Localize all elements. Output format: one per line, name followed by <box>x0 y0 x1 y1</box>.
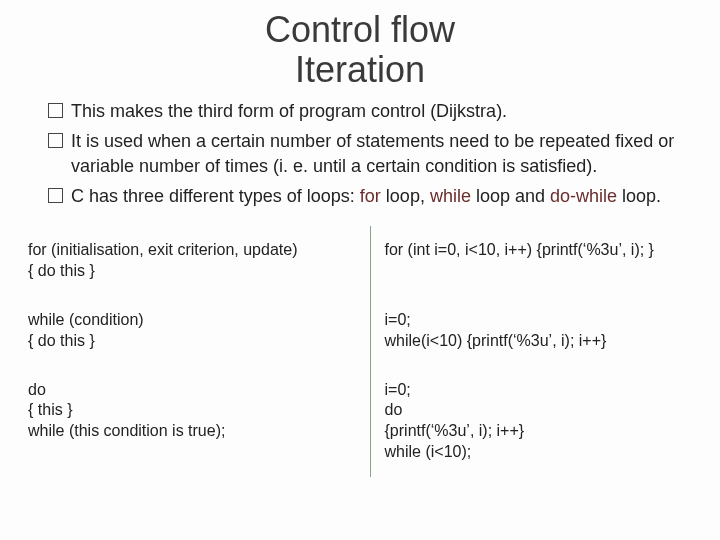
bullet-span: C has three different types of loops: <box>71 186 360 206</box>
checkbox-icon <box>48 133 63 148</box>
slide: Control flow Iteration This makes the th… <box>0 0 720 540</box>
bullet-span: loop and <box>471 186 550 206</box>
code-table-wrap: for (initialisation, exit criterion, upd… <box>20 226 720 476</box>
keyword-dowhile: do-while <box>550 186 617 206</box>
bullet-item: C has three different types of loops: fo… <box>48 184 700 208</box>
bullet-span: loop. <box>617 186 661 206</box>
title-line-2: Iteration <box>20 50 700 90</box>
for-template-cell: for (initialisation, exit criterion, upd… <box>20 226 370 296</box>
while-example-cell: i=0; while(i<10) {printf(‘%3u’, i); i++} <box>370 296 720 366</box>
keyword-for: for <box>360 186 381 206</box>
checkbox-icon <box>48 188 63 203</box>
code-table: for (initialisation, exit criterion, upd… <box>20 226 720 476</box>
dowhile-template-cell: do { this } while (this condition is tru… <box>20 366 370 477</box>
for-example-cell: for (int i=0, i<10, i++) {printf(‘%3u’, … <box>370 226 720 296</box>
title-line-1: Control flow <box>20 10 700 50</box>
bullet-list: This makes the third form of program con… <box>48 99 700 208</box>
table-row: do { this } while (this condition is tru… <box>20 366 720 477</box>
bullet-text: C has three different types of loops: fo… <box>71 184 700 208</box>
bullet-item: This makes the third form of program con… <box>48 99 700 123</box>
bullet-span: loop, <box>381 186 430 206</box>
bullet-text: This makes the third form of program con… <box>71 99 700 123</box>
while-template-cell: while (condition) { do this } <box>20 296 370 366</box>
keyword-while: while <box>430 186 471 206</box>
table-row: for (initialisation, exit criterion, upd… <box>20 226 720 296</box>
bullet-item: It is used when a certain number of stat… <box>48 129 700 178</box>
slide-title: Control flow Iteration <box>20 10 700 89</box>
checkbox-icon <box>48 103 63 118</box>
dowhile-example-cell: i=0; do {printf(‘%3u’, i); i++} while (i… <box>370 366 720 477</box>
table-row: while (condition) { do this } i=0; while… <box>20 296 720 366</box>
bullet-text: It is used when a certain number of stat… <box>71 129 700 178</box>
